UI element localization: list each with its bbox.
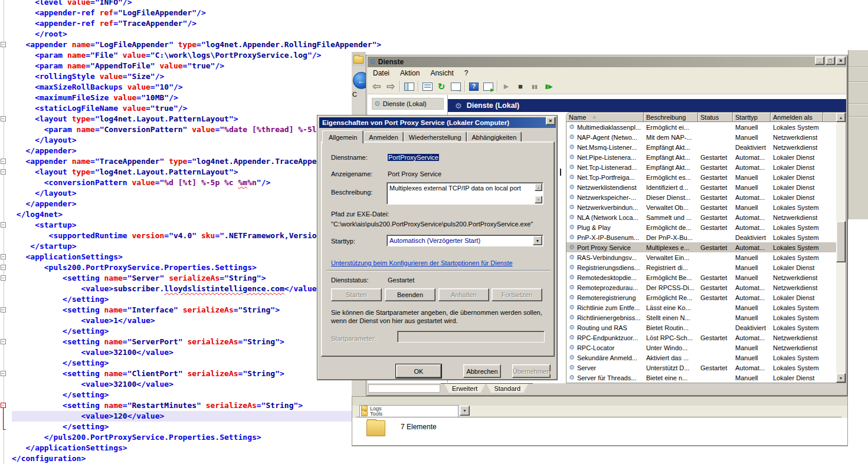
scope-node-dienste-lokal[interactable]: ⚙ Dienste (Lokal) <box>372 98 444 110</box>
chevron-down-icon[interactable]: ▼ <box>533 236 542 245</box>
fold-gutter[interactable]: −−−−−−−−−−−− <box>0 0 11 464</box>
fold-marker[interactable]: − <box>1 116 6 121</box>
fold-marker[interactable]: − <box>1 339 6 344</box>
scroll-up-icon[interactable]: ▲ <box>836 113 846 122</box>
minimize-icon[interactable]: _ <box>815 57 824 65</box>
new-window-icon[interactable] <box>481 80 495 93</box>
table-row[interactable]: ⚙Sekundäre Anmeld...Aktiviert das ...Man… <box>566 353 837 363</box>
scroll-up-icon[interactable]: ▲ <box>535 183 542 191</box>
cell-text: Automat... <box>735 224 765 231</box>
table-row[interactable]: ⚙Plug & PlayErmöglicht de...GestartetAut… <box>566 222 837 232</box>
fold-marker[interactable]: − <box>1 159 6 164</box>
table-row[interactable]: ⚙Net.Tcp-Portfreiga...Ermöglicht es...Ge… <box>566 172 837 182</box>
table-row[interactable]: ⚙Routing und RASBietet Routin...Deaktivi… <box>566 323 837 333</box>
table-row[interactable]: ⚙Richtlinie zum Entfe...Lässt eine Ko...… <box>566 302 837 312</box>
dialog-titlebar[interactable]: Eigenschaften von Port Proxy Service (Lo… <box>319 117 556 128</box>
view-tab-erweitert[interactable]: Erweitert <box>444 384 485 393</box>
table-row[interactable]: ⚙Netzwerkverbindun...Verwaltet Ob...Gest… <box>566 202 837 212</box>
chevron-down-icon[interactable]: ▼ <box>460 406 470 416</box>
column-header-anmelden-als[interactable]: Anmelden als <box>771 113 823 122</box>
fold-marker[interactable]: − <box>1 254 6 259</box>
pause-service-icon[interactable]: ▮▮ <box>528 80 542 93</box>
start-service-icon[interactable]: ▶ <box>499 80 513 93</box>
maximize-icon[interactable]: □ <box>826 57 835 65</box>
menu-item-aktion[interactable]: Aktion <box>395 69 425 77</box>
fold-marker[interactable]: − <box>1 275 6 281</box>
table-row[interactable]: ⚙Port Proxy ServiceMultiplexes e...Gesta… <box>566 242 837 252</box>
menu-item-help[interactable]: ? <box>459 69 474 77</box>
service-logon-as: Lokaler Dienst <box>771 172 823 182</box>
table-row[interactable]: ⚙Server für Threads...Bietet eine n...Ma… <box>566 373 837 383</box>
table-row[interactable]: ⚙NLA (Network Loca...Sammelt und ...Gest… <box>566 212 837 222</box>
fold-marker[interactable]: − <box>1 265 6 270</box>
close-icon[interactable]: × <box>836 57 846 65</box>
cancel-button[interactable]: Abbrechen <box>463 364 501 378</box>
table-row[interactable]: ⚙Richtlinienergebniss...Stellt einen N..… <box>566 312 837 323</box>
fold-marker[interactable]: − <box>1 307 6 312</box>
export-list-icon[interactable] <box>448 80 463 93</box>
code-line[interactable]: <appender-ref ref="TraceAppender"/> <box>12 18 474 29</box>
fold-marker[interactable]: − <box>1 42 6 47</box>
start-params-input[interactable] <box>397 331 545 343</box>
code-line[interactable]: </configuration> <box>12 453 474 464</box>
code-line[interactable]: <value>120</value> <box>12 411 353 422</box>
table-row[interactable]: ⚙Remotedesktopdie...Ermöglicht Be...Gest… <box>566 272 837 282</box>
table-row[interactable]: ⚙ServerUnterstützt D...GestartetAutomat.… <box>566 363 837 373</box>
scrollbar-thumb[interactable] <box>836 221 846 262</box>
properties-icon[interactable] <box>420 80 434 93</box>
restart-service-icon[interactable]: ▮▶ <box>542 80 556 93</box>
startup-options-help-link[interactable]: Unterstützung beim Konfigurieren der Sta… <box>331 259 513 266</box>
tab-allgemein[interactable]: Allgemein <box>322 130 363 143</box>
table-row[interactable]: ⚙NAP-Agent (Netwo...Mit dem NAP-...Manue… <box>566 132 837 142</box>
fold-marker[interactable]: − <box>1 371 6 376</box>
table-row[interactable]: ⚙Remoteprozedurau...Der RPCSS-Di...Gesta… <box>566 282 837 292</box>
titlebar[interactable]: ⚙ Dienste <box>368 57 846 67</box>
code-line[interactable]: <appender-ref ref="LogFileAppender"/> <box>12 8 474 18</box>
stop-service-icon[interactable]: ■ <box>513 80 528 93</box>
forward-icon[interactable]: ⇨ <box>384 80 398 93</box>
table-row[interactable]: ⚙Net.Tcp-Listenerad...Empfängt Akt...Ges… <box>566 162 837 172</box>
scroll-down-icon[interactable]: ▼ <box>535 196 542 203</box>
column-header-spacer[interactable] <box>823 113 837 122</box>
ok-button[interactable]: OK <box>396 364 441 378</box>
table-row[interactable]: ⚙Net.Msmq-Listener...Empfängt Akt...Deak… <box>566 142 837 152</box>
table-row[interactable]: ⚙Multimediaklassenpl...Ermöglicht ei...M… <box>566 122 837 132</box>
column-header-beschreibung[interactable]: Beschreibung <box>644 113 698 122</box>
close-icon[interactable]: × <box>546 117 555 125</box>
list-header: Name▲BeschreibungStatusStarttypAnmelden … <box>566 113 837 122</box>
scroll-down-icon[interactable]: ▼ <box>836 373 846 383</box>
table-row[interactable]: ⚙Netzwerkspeicher-...Dieser Dienst...Ges… <box>566 192 837 202</box>
list-item[interactable]: Tools <box>360 411 458 416</box>
path-fragment: C <box>352 91 357 98</box>
menu-item-ansicht[interactable]: Ansicht <box>425 69 458 77</box>
folder-listbox[interactable]: LogsTools <box>359 405 458 418</box>
startup-type-select[interactable]: Automatisch (Verzögerter Start) ▼ <box>386 235 543 246</box>
view-tab-standard[interactable]: Standard <box>486 384 528 393</box>
refresh-icon[interactable]: ↻ <box>434 80 448 93</box>
table-row[interactable]: ⚙RPC-Endpunktzuor...Löst RPC-Sch...Gesta… <box>566 333 837 343</box>
table-row[interactable]: ⚙RPC-LocatorUnter Windo...ManuellNetzwer… <box>566 343 837 353</box>
fold-marker[interactable]: − <box>1 222 6 228</box>
code-line[interactable]: <appender name="LogFileAppender" type="l… <box>12 40 474 50</box>
table-row[interactable]: ⚙NetzwerklistendienstIdentifiziert d...G… <box>566 182 837 192</box>
console-tree-icon[interactable] <box>402 80 416 93</box>
column-header-status[interactable]: Status <box>698 113 733 122</box>
column-header-name[interactable]: Name▲ <box>566 113 644 122</box>
table-row[interactable]: ⚙RemoteregistrierungErmöglicht Re...Gest… <box>566 292 837 302</box>
help-icon[interactable]: ? <box>467 80 481 93</box>
table-row[interactable]: ⚙Registrierungsdiens...Registriert di...… <box>566 262 837 272</box>
fold-marker[interactable]: − <box>1 403 6 408</box>
fold-marker[interactable]: − <box>1 169 6 175</box>
code-line[interactable]: </root> <box>12 29 474 40</box>
table-row[interactable]: ⚙Net.Pipe-Listenera...Empfängt Akt...Ges… <box>566 152 837 162</box>
service-starttype: Manuell <box>733 262 771 272</box>
menu-item-datei[interactable]: Datei <box>368 69 395 77</box>
table-row[interactable]: ⚙PnP-X-IP-Busenum...Der PnP-X-Bu...Deakt… <box>566 232 837 242</box>
code-line[interactable]: <level value="INFO"/> <box>12 0 474 8</box>
description-field[interactable]: Multiplexes external TCP/IP data on loca… <box>386 182 543 205</box>
vertical-scrollbar[interactable]: ▲ ▼ <box>836 113 846 383</box>
column-header-starttyp[interactable]: Starttyp <box>733 113 771 122</box>
table-row[interactable]: ⚙RAS-Verbindungsv...Verwaltet Ein...Manu… <box>566 252 837 262</box>
back-icon[interactable]: ⇦ <box>369 80 384 93</box>
stop-button[interactable]: Beenden <box>385 288 435 301</box>
